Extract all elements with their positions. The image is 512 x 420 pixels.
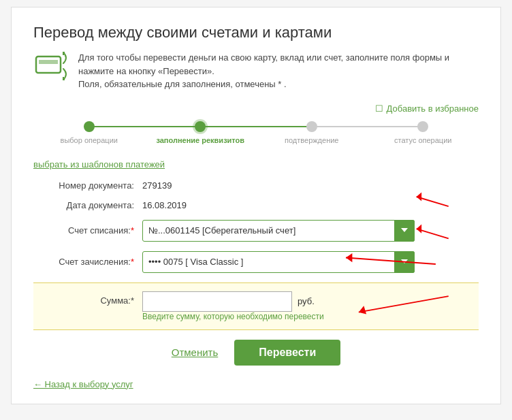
page-title: Перевод между своими счетами и картами	[33, 24, 479, 42]
steps-track: выбор операции заполнение реквизитов под…	[33, 121, 479, 144]
debit-account-label: Счет списания:*	[33, 225, 142, 236]
svg-rect-8	[36, 56, 61, 73]
debit-required-star: *	[131, 225, 134, 236]
template-link[interactable]: выбрать из шаблонов платежей	[33, 159, 165, 169]
step-label-1: выбор операции	[61, 136, 118, 144]
step-circle-4	[417, 121, 428, 132]
doc-date-row: Дата документа: 16.08.2019	[33, 200, 479, 210]
doc-date-value: 16.08.2019	[142, 200, 187, 210]
doc-date-label: Дата документа:	[33, 200, 142, 210]
amount-input[interactable]	[142, 291, 292, 312]
amount-form-row: Сумма:* руб. Введите сумму, которую необ…	[33, 291, 479, 321]
step-label-4: статус операции	[394, 136, 451, 144]
doc-number-row: Номер документа: 279139	[33, 180, 479, 191]
step-status: статус операции	[368, 121, 479, 144]
amount-field-wrapper: руб.	[142, 291, 324, 312]
bookmark-icon: ☐	[375, 103, 383, 114]
amount-required-star: *	[131, 295, 134, 306]
transfer-button[interactable]: Перевести	[234, 340, 340, 366]
debit-select-wrapper: №...0601145 [Сберегательный счет]	[142, 220, 415, 242]
step-circle-3	[306, 121, 317, 132]
amount-label: Сумма:*	[33, 291, 142, 306]
back-link[interactable]: ← Назад к выбору услуг	[33, 379, 133, 389]
info-block: Для того чтобы перевести деньги на свою …	[33, 51, 479, 91]
step-label-2: заполнение реквизитов	[156, 136, 244, 144]
svg-rect-9	[39, 60, 58, 64]
add-to-favorites-row: ☐ Добавить в избранное	[33, 102, 479, 114]
step-circle-2	[195, 121, 206, 132]
credit-required-star: *	[131, 257, 134, 267]
amount-right-col: руб. Введите сумму, которую необходимо п…	[142, 291, 324, 321]
transfer-icon	[33, 51, 69, 81]
step-confirm: подтверждение	[256, 121, 368, 144]
required-note: Поля, обязательные для заполнения, отмеч…	[78, 78, 479, 91]
amount-row: Сумма:* руб. Введите сумму, которую необ…	[33, 282, 479, 330]
add-to-favorites-link[interactable]: ☐ Добавить в избранное	[375, 103, 479, 114]
doc-number-value: 279139	[142, 180, 172, 191]
credit-account-row: Счет зачисления:* •••• 0075 [ Visa Class…	[33, 251, 479, 273]
back-link-row: ← Назад к выбору услуг	[33, 378, 479, 390]
debit-account-select[interactable]: №...0601145 [Сберегательный счет]	[142, 220, 415, 242]
info-description: Для того чтобы перевести деньги на свою …	[78, 51, 479, 78]
buttons-row: Отменить Перевести	[33, 340, 479, 366]
debit-account-row: Счет списания:* №...0601145 [Сберегатель…	[33, 220, 479, 242]
info-text-block: Для того чтобы перевести деньги на свою …	[78, 51, 479, 91]
amount-currency: руб.	[298, 296, 315, 306]
credit-account-select[interactable]: •••• 0075 [ Visa Classic ]	[142, 251, 415, 273]
step-choose-operation: выбор операции	[33, 121, 145, 144]
credit-account-label: Счет зачисления:*	[33, 257, 142, 267]
step-label-3: подтверждение	[285, 136, 338, 144]
page-container: Перевод между своими счетами и картами Д…	[11, 7, 501, 404]
amount-hint: Введите сумму, которую необходимо переве…	[142, 312, 324, 321]
credit-select-wrapper: •••• 0075 [ Visa Classic ]	[142, 251, 415, 273]
credit-label-text: Счет зачисления:	[59, 257, 131, 267]
step-fill-details: заполнение реквизитов	[145, 121, 257, 144]
step-circle-1	[84, 121, 95, 132]
amount-label-text: Сумма:	[100, 295, 130, 306]
debit-label-text: Счет списания:	[68, 225, 131, 236]
doc-number-label: Номер документа:	[33, 180, 142, 191]
cancel-button[interactable]: Отменить	[172, 346, 219, 358]
add-to-favorites-label: Добавить в избранное	[387, 103, 479, 114]
